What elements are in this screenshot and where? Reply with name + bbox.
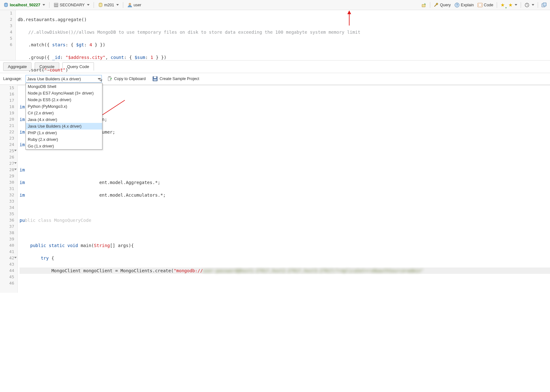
svg-rect-12 xyxy=(543,3,546,6)
svg-rect-2 xyxy=(54,5,58,6)
separator xyxy=(49,2,49,8)
query-code-options: Language: Java Use Builders (4.x driver)… xyxy=(0,73,550,85)
chevron-down-icon xyxy=(87,4,90,6)
chevron-down-icon xyxy=(43,4,45,6)
connection-label: localhost_50227 xyxy=(10,3,40,7)
toolbar-right: Query ? Explain Code ★+ ★ xyxy=(420,1,548,9)
language-option[interactable]: PHP (1.x driver) xyxy=(26,130,102,136)
svg-text:?: ? xyxy=(456,3,458,7)
separator xyxy=(94,2,94,8)
main-toolbar: localhost_50227 SECONDARY m201 user Quer… xyxy=(0,0,550,10)
code-icon xyxy=(478,3,483,8)
svg-rect-1 xyxy=(54,3,58,4)
question-icon: ? xyxy=(454,3,460,8)
code-label: Code xyxy=(484,3,493,7)
explain-label: Explain xyxy=(461,3,474,7)
cylinder-icon xyxy=(98,3,103,8)
clock-icon xyxy=(524,3,530,8)
language-option[interactable]: Java (4.x driver) xyxy=(26,116,102,123)
user-label: user xyxy=(134,3,141,7)
language-option[interactable]: Ruby (2.x driver) xyxy=(26,136,102,143)
separator xyxy=(521,2,521,8)
copy-to-clipboard-button[interactable]: Copy to Clipboard xyxy=(106,75,147,82)
star-icon: ★ xyxy=(501,2,505,8)
separator xyxy=(123,2,123,8)
code-gutter: 15 16 17 18 19 20 21 22 23 24 25 26 27 2… xyxy=(0,85,18,293)
user-icon xyxy=(127,3,132,8)
export-icon xyxy=(421,3,426,8)
sample-label: Create Sample Project xyxy=(159,77,199,81)
history-dropdown[interactable] xyxy=(523,2,536,9)
database-icon xyxy=(3,3,9,8)
query-label: Query xyxy=(440,3,451,7)
toolbar-left: localhost_50227 SECONDARY m201 user xyxy=(2,2,143,9)
language-option[interactable]: Node.js ES7 Async/Await (3+ driver) xyxy=(26,90,102,96)
editor-content[interactable]: db.restaurants.aggregate() //.allowDiskU… xyxy=(16,10,550,60)
save-icon xyxy=(153,76,158,81)
svg-rect-14 xyxy=(109,76,110,77)
query-button[interactable]: Query xyxy=(432,2,452,9)
code-button[interactable]: Code xyxy=(476,2,495,9)
detach-button[interactable] xyxy=(540,2,548,9)
user-selector[interactable]: user xyxy=(126,2,143,9)
language-option[interactable]: Python (PyMongo3.x) xyxy=(26,103,102,110)
database-selector[interactable]: m201 xyxy=(96,2,120,9)
export-button[interactable] xyxy=(420,2,428,9)
svg-point-5 xyxy=(129,3,131,5)
svg-rect-17 xyxy=(153,79,157,81)
wrench-icon xyxy=(434,3,439,8)
language-option[interactable]: Node.js ES5 (2.x driver) xyxy=(26,96,102,103)
separator xyxy=(430,2,430,8)
clipboard-icon xyxy=(107,76,112,81)
chevron-down-icon xyxy=(116,4,119,6)
separator xyxy=(497,2,497,8)
language-dropdown: MongoDB Shell Node.js ES7 Async/Await (3… xyxy=(26,83,102,150)
language-label: Language: xyxy=(3,77,22,81)
explain-button[interactable]: ? Explain xyxy=(453,2,475,9)
editor-gutter: 1 2 3 4 5 6 xyxy=(0,10,16,60)
separator xyxy=(538,2,538,8)
cursor-icon xyxy=(100,77,103,82)
copy-label: Copy to Clipboard xyxy=(114,77,146,81)
server-icon xyxy=(54,3,59,8)
language-option[interactable]: Go (1.x driver) xyxy=(26,143,102,149)
language-option[interactable]: C# (2.x driver) xyxy=(26,110,102,116)
language-option[interactable]: Java Use Builders (4.x driver) xyxy=(26,123,102,130)
chevron-down-icon xyxy=(515,4,517,6)
add-favorite-button[interactable]: ★+ xyxy=(499,1,506,9)
replica-selector[interactable]: SECONDARY xyxy=(52,2,91,9)
favorites-dropdown[interactable]: ★ xyxy=(507,1,519,9)
chevron-down-icon xyxy=(532,4,534,6)
database-label: m201 xyxy=(104,3,114,7)
svg-rect-16 xyxy=(154,77,156,78)
query-editor[interactable]: 1 2 3 4 5 6 db.restaurants.aggregate() /… xyxy=(0,10,550,61)
fold-icon[interactable] xyxy=(14,257,17,258)
create-sample-project-button[interactable]: Create Sample Project xyxy=(151,75,201,82)
language-option[interactable]: MongoDB Shell xyxy=(26,83,102,90)
fold-icon[interactable] xyxy=(14,150,17,151)
detach-icon xyxy=(541,3,547,8)
fold-icon[interactable] xyxy=(14,162,17,164)
language-select[interactable]: Java Use Builders (4.x driver) MongoDB S… xyxy=(26,75,102,83)
svg-rect-6 xyxy=(422,4,425,7)
fold-icon[interactable] xyxy=(14,169,17,170)
svg-rect-3 xyxy=(54,6,58,7)
replica-label: SECONDARY xyxy=(60,3,85,7)
connection-selector[interactable]: localhost_50227 xyxy=(2,2,47,9)
language-selected: Java Use Builders (4.x driver) xyxy=(27,77,81,81)
star-icon: ★ xyxy=(508,2,512,8)
